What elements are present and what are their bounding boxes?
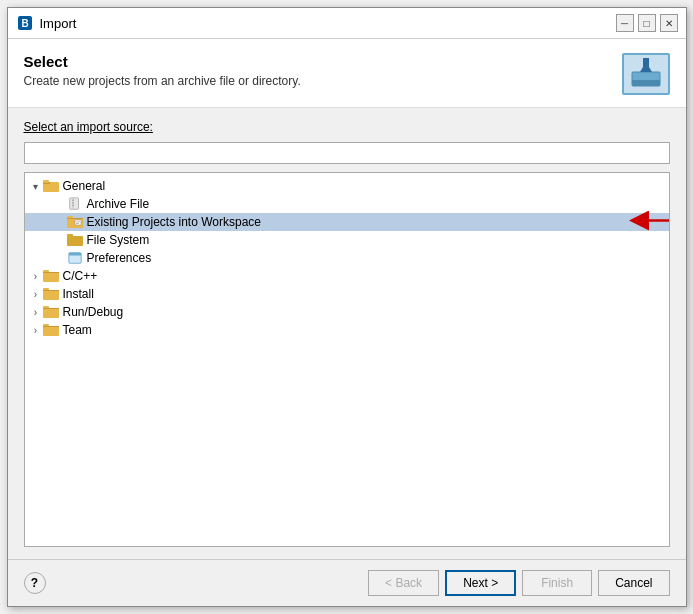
import-source-label: Select an import source: xyxy=(24,120,670,134)
preferences-label: Preferences xyxy=(87,251,152,265)
file-system-icon xyxy=(67,233,83,247)
tree-container: ▾ General Archive File xyxy=(24,172,670,547)
run-debug-label: Run/Debug xyxy=(63,305,124,319)
footer-left: ? xyxy=(24,572,46,594)
team-label: Team xyxy=(63,323,92,337)
folder-icon-general xyxy=(43,179,59,193)
svg-rect-17 xyxy=(75,220,81,225)
page-title: Select xyxy=(24,53,301,70)
svg-rect-12 xyxy=(72,202,73,203)
tree-item-run-debug[interactable]: › Run/Debug xyxy=(25,303,669,321)
tree-item-team[interactable]: › Team xyxy=(25,321,669,339)
search-input[interactable] xyxy=(24,142,670,164)
archive-file-label: Archive File xyxy=(87,197,150,211)
expander-cpp: › xyxy=(29,271,43,282)
footer-buttons: < Back Next > Finish Cancel xyxy=(368,570,669,596)
back-button[interactable]: < Back xyxy=(368,570,439,596)
svg-rect-9 xyxy=(69,198,78,209)
folder-icon-cpp xyxy=(43,269,59,283)
svg-rect-19 xyxy=(76,223,79,224)
tree-item-preferences[interactable]: Preferences xyxy=(25,249,669,267)
svg-rect-18 xyxy=(76,222,80,223)
folder-icon-install xyxy=(43,287,59,301)
window-title: Import xyxy=(40,16,610,31)
svg-rect-31 xyxy=(43,290,59,291)
folder-icon-team xyxy=(43,323,59,337)
footer: ? < Back Next > Finish Cancel xyxy=(8,559,686,606)
preferences-icon xyxy=(67,251,83,265)
svg-rect-35 xyxy=(43,326,59,336)
title-bar: B Import ─ □ ✕ xyxy=(8,8,686,39)
svg-rect-37 xyxy=(43,326,59,327)
svg-rect-22 xyxy=(67,236,83,246)
tree-item-cpp[interactable]: › C/C++ xyxy=(25,267,669,285)
expander-general: ▾ xyxy=(29,181,43,192)
svg-text:B: B xyxy=(21,18,28,29)
header-area: Select Create new projects from an archi… xyxy=(8,39,686,108)
svg-rect-28 xyxy=(43,272,59,273)
svg-rect-8 xyxy=(43,180,49,183)
existing-projects-label: Existing Projects into Workspace xyxy=(87,215,262,229)
cancel-button[interactable]: Cancel xyxy=(598,570,669,596)
tree-item-existing-projects[interactable]: Existing Projects into Workspace xyxy=(25,213,669,231)
tree-item-archive-file[interactable]: Archive File xyxy=(25,195,669,213)
import-dialog: B Import ─ □ ✕ Select Create new project… xyxy=(7,7,687,607)
svg-rect-26 xyxy=(43,272,59,282)
svg-rect-32 xyxy=(43,308,59,318)
help-button[interactable]: ? xyxy=(24,572,46,594)
finish-button[interactable]: Finish xyxy=(522,570,592,596)
folder-icon-run-debug xyxy=(43,305,59,319)
red-arrow-annotation xyxy=(629,211,670,234)
expander-team: › xyxy=(29,325,43,336)
window-controls: ─ □ ✕ xyxy=(616,14,678,32)
archive-file-icon xyxy=(67,197,83,211)
svg-rect-13 xyxy=(72,205,73,206)
svg-rect-3 xyxy=(632,80,660,86)
expander-install: › xyxy=(29,289,43,300)
svg-rect-11 xyxy=(72,200,73,201)
svg-rect-23 xyxy=(67,234,73,237)
cpp-label: C/C++ xyxy=(63,269,98,283)
tree-item-file-system[interactable]: File System xyxy=(25,231,669,249)
header-text: Select Create new projects from an archi… xyxy=(24,53,301,88)
svg-rect-25 xyxy=(68,253,80,256)
file-system-label: File System xyxy=(87,233,150,247)
app-icon: B xyxy=(16,14,34,32)
maximize-button[interactable]: □ xyxy=(638,14,656,32)
tree-item-general[interactable]: ▾ General xyxy=(25,177,669,195)
install-label: Install xyxy=(63,287,94,301)
svg-rect-16 xyxy=(67,218,83,219)
existing-projects-icon xyxy=(67,215,83,229)
tree-item-install[interactable]: › Install xyxy=(25,285,669,303)
svg-rect-34 xyxy=(43,308,59,309)
wizard-icon xyxy=(622,53,670,95)
svg-rect-29 xyxy=(43,290,59,300)
svg-rect-5 xyxy=(643,58,649,68)
close-button[interactable]: ✕ xyxy=(660,14,678,32)
page-description: Create new projects from an archive file… xyxy=(24,74,301,88)
expander-run-debug: › xyxy=(29,307,43,318)
general-label: General xyxy=(63,179,106,193)
next-button[interactable]: Next > xyxy=(445,570,516,596)
content-area: Select an import source: ▾ General xyxy=(8,108,686,559)
minimize-button[interactable]: ─ xyxy=(616,14,634,32)
